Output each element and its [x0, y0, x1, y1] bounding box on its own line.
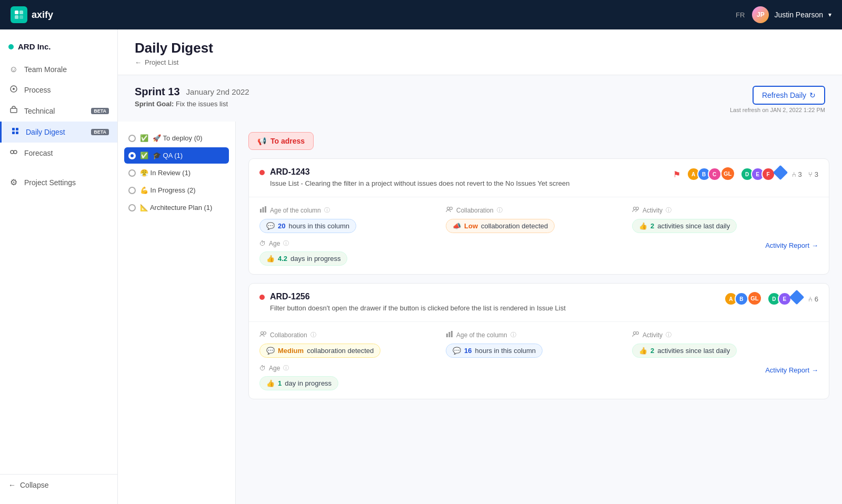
- diamond-icon-2: [789, 290, 804, 305]
- metric-age-column-1243: Age of the column ⓘ 💬 20 hours in this c…: [259, 206, 446, 233]
- sidebar-item-team-morale[interactable]: ☺ Team Morale: [0, 59, 117, 79]
- thumbsup-icon-4: 👍: [266, 379, 275, 387]
- refresh-daily-button[interactable]: Refresh Daily ↻: [753, 86, 825, 105]
- svg-rect-3: [19, 15, 23, 19]
- activity-icon: [632, 206, 639, 215]
- technical-beta-badge: BETA: [91, 108, 109, 114]
- sidebar: ARD Inc. ☺ Team Morale Process: [0, 29, 118, 504]
- pr-icon: ⑂: [808, 170, 813, 178]
- branch-count-1243: ⑃ 3: [792, 170, 802, 178]
- flag-icon: ⚑: [673, 169, 680, 179]
- info-icon-collab: ⓘ: [497, 206, 503, 214]
- chat-icon-3: 💬: [453, 347, 461, 355]
- metric-age-1256: ⏱ Age ⓘ 👍 1 day in progress: [259, 364, 765, 390]
- filter-radio-in-review: [128, 169, 136, 177]
- issue-id-1243[interactable]: ARD-1243: [270, 167, 668, 177]
- avatar-6: F: [761, 167, 775, 181]
- logo[interactable]: axify: [11, 6, 53, 23]
- svg-rect-14: [263, 207, 264, 213]
- filter-label-in-review: 😤 In Review (1): [140, 169, 191, 177]
- sidebar-item-technical[interactable]: Technical BETA: [0, 100, 117, 122]
- info-icon-activity-2: ⓘ: [666, 331, 671, 339]
- assignee-avatars-1256: A B GL: [724, 292, 761, 306]
- filter-architecture-plan[interactable]: 📐 Architecture Plan (1): [124, 199, 229, 216]
- svg-rect-23: [449, 332, 450, 337]
- svg-rect-8: [16, 128, 18, 130]
- svg-point-19: [636, 207, 639, 210]
- issue-id-1256[interactable]: ARD-1256: [270, 292, 719, 301]
- thumbsup-icon: 👍: [639, 222, 647, 230]
- user-menu[interactable]: FR JP Justin Pearson ▾: [736, 6, 831, 23]
- avatar-8: B: [735, 292, 748, 306]
- daily-digest-beta-badge: BETA: [91, 129, 109, 135]
- app-name: axify: [32, 9, 53, 21]
- issue-info-1243: ARD-1243 Issue List - Clearing the filte…: [270, 167, 668, 188]
- collapse-arrow-icon: ←: [8, 481, 16, 489]
- content-area: Daily Digest ← Project List Sprint 13 Ja…: [118, 29, 842, 504]
- filter-qa[interactable]: ✅ 🎓 QA (1): [124, 147, 229, 164]
- metric-age-1243: ⏱ Age ⓘ 👍 4.2 days in progress: [259, 239, 765, 266]
- collapse-button[interactable]: ← Collapse: [0, 474, 117, 496]
- sprint-name: Sprint 13: [135, 86, 180, 98]
- svg-rect-13: [260, 209, 262, 213]
- svg-point-11: [11, 150, 14, 154]
- svg-rect-10: [16, 132, 18, 134]
- filter-in-review[interactable]: 😤 In Review (1): [124, 165, 229, 181]
- pr-count-1243: ⑂ 3: [808, 170, 818, 178]
- svg-point-20: [261, 332, 264, 335]
- svg-point-12: [14, 150, 17, 154]
- info-icon-age-2: ⓘ: [283, 364, 289, 372]
- svg-point-17: [450, 207, 453, 210]
- breadcrumb[interactable]: ← Project List: [135, 58, 825, 66]
- filter-radio-to-deploy: [128, 135, 136, 142]
- clock-icon: ⏱: [259, 240, 266, 247]
- sidebar-item-daily-digest[interactable]: Daily Digest BETA: [0, 122, 117, 143]
- filter-label-qa: 🎓 QA (1): [153, 152, 183, 159]
- collaboration-value-1256: 💬 Medium collaboration detected: [259, 344, 380, 358]
- svg-point-18: [634, 207, 636, 210]
- issue-card-ard-1243: ARD-1243 Issue List - Clearing the filte…: [248, 158, 829, 275]
- chat-icon: 💬: [266, 222, 275, 230]
- settings-icon: ⚙: [8, 177, 19, 187]
- megaphone-icon: 📢: [257, 137, 266, 145]
- user-name: Justin Pearson: [774, 11, 823, 19]
- info-icon-activity: ⓘ: [666, 206, 671, 214]
- filter-to-deploy[interactable]: ✅ 🚀 To deploy (0): [124, 130, 229, 146]
- sprint-date: January 2nd 2022: [186, 87, 249, 96]
- issue-body-1256: Collaboration ⓘ 💬 Medium collaboration d…: [249, 322, 829, 399]
- sidebar-item-project-settings[interactable]: ⚙ Project Settings: [0, 172, 117, 193]
- issue-meta-1243: ⚑ A B C GL D E F: [673, 167, 818, 181]
- logo-icon: [11, 6, 27, 23]
- org-name[interactable]: ARD Inc.: [0, 38, 117, 59]
- collab-icon: [446, 206, 453, 215]
- smile-icon: ☺: [8, 65, 19, 74]
- sidebar-navigation: ☺ Team Morale Process: [0, 59, 117, 474]
- refresh-timestamp: Last refresh on JAN 2, 2022 1:22 PM: [730, 107, 825, 113]
- svg-point-25: [634, 332, 636, 335]
- sidebar-item-forecast[interactable]: Forecast: [0, 143, 117, 164]
- language-selector[interactable]: FR: [736, 11, 745, 19]
- page-header: Daily Digest ← Project List: [118, 29, 842, 75]
- info-icon-age-col: ⓘ: [324, 206, 330, 214]
- issue-body-1243: Age of the column ⓘ 💬 20 hours in this c…: [249, 197, 829, 274]
- filter-label-in-progress: 💪 In Progress (2): [140, 186, 196, 194]
- metrics-row-1256: Collaboration ⓘ 💬 Medium collaboration d…: [259, 330, 818, 358]
- issue-header-1243: ARD-1243 Issue List - Clearing the filte…: [249, 159, 829, 197]
- activity-report-link-1243[interactable]: Activity Report →: [765, 241, 818, 249]
- filter-label-to-deploy: 🚀 To deploy (0): [153, 134, 203, 142]
- gitlab-icon-2: GL: [748, 292, 761, 305]
- clock-icon-2: ⏱: [259, 365, 266, 372]
- branch-icon: ⑃: [792, 170, 796, 178]
- org-status-dot: [8, 44, 14, 49]
- filter-in-progress[interactable]: 💪 In Progress (2): [124, 182, 229, 198]
- activity-report-link-1256[interactable]: Activity Report →: [765, 366, 818, 374]
- issue-desc-1256: Filter button doesn't open the drawer if…: [270, 304, 719, 313]
- filter-panel: ✅ 🚀 To deploy (0) ✅ 🎓 QA (1) 😤 In Review…: [118, 122, 236, 504]
- issue-info-1256: ARD-1256 Filter button doesn't open the …: [270, 292, 719, 313]
- age-value-1243: 👍 4.2 days in progress: [259, 251, 347, 266]
- sidebar-item-process[interactable]: Process: [0, 79, 117, 100]
- avatar: JP: [752, 6, 769, 23]
- diamond-icon-1: [773, 165, 787, 180]
- svg-rect-24: [451, 331, 453, 337]
- svg-rect-1: [19, 11, 23, 14]
